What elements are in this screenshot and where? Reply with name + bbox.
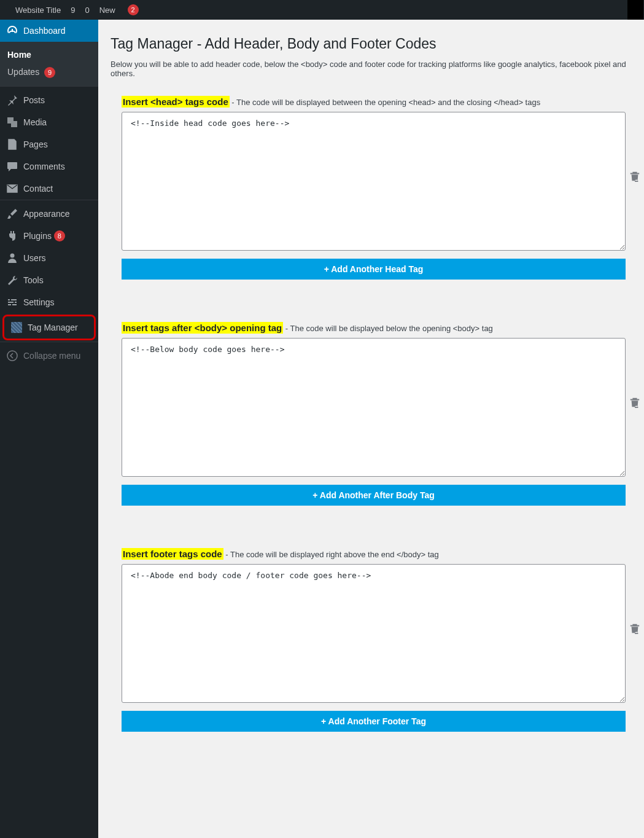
dashboard-submenu: Home Updates 9: [0, 42, 98, 86]
body-heading-desc: - The code will be displayed below the o…: [285, 324, 493, 333]
adminbar-right-edge: [627, 0, 643, 20]
plug-icon: [6, 230, 18, 242]
collapse-icon: [6, 350, 18, 362]
menu-settings[interactable]: Settings: [0, 291, 98, 313]
footer-section: Insert footer tags code - The code will …: [122, 549, 626, 732]
dashboard-icon: [6, 25, 18, 37]
head-heading: Insert <head> tags code - The code will …: [122, 96, 626, 107]
menu-media[interactable]: Media: [0, 111, 98, 133]
user-icon: [6, 252, 18, 264]
collapse-label: Collapse menu: [23, 351, 80, 361]
menu-comments[interactable]: Comments: [0, 155, 98, 178]
svg-point-0: [10, 254, 15, 258]
body-heading-highlight: Insert tags after <body> opening tag: [122, 322, 283, 334]
body-heading: Insert tags after <body> opening tag - T…: [122, 323, 626, 333]
menu-label: Media: [23, 117, 47, 127]
head-delete-button[interactable]: [629, 171, 640, 182]
menu-label: Settings: [23, 297, 55, 307]
sliders-icon: [6, 296, 18, 308]
collapse-menu[interactable]: Collapse menu: [0, 345, 98, 367]
menu-users[interactable]: Users: [0, 247, 98, 269]
admin-bar: Website Title 9 0 New 2: [0, 0, 644, 20]
pin-icon: [6, 94, 18, 106]
menu-plugins[interactable]: Plugins 8: [0, 225, 98, 247]
head-section: Insert <head> tags code - The code will …: [122, 96, 626, 280]
menu-label: Contact: [23, 184, 53, 194]
add-footer-tag-button[interactable]: + Add Another Footer Tag: [122, 711, 626, 732]
menu-label: Tools: [23, 275, 44, 285]
menu-tag-manager[interactable]: Tag Manager: [2, 315, 96, 340]
footer-heading-highlight: Insert footer tags code: [122, 548, 223, 560]
new-label: New: [99, 6, 115, 15]
updates-count: 9: [71, 6, 75, 15]
page-intro: Below you will be able to add header cod…: [111, 60, 632, 78]
site-name-menu[interactable]: Website Title: [10, 0, 66, 20]
comments-count: 0: [85, 6, 89, 15]
trash-icon: [629, 397, 640, 408]
menu-pages[interactable]: Pages: [0, 133, 98, 155]
media-icon: [6, 116, 18, 128]
menu-contact[interactable]: Contact: [0, 178, 98, 200]
site-title: Website Title: [15, 6, 61, 15]
menu-label: Appearance: [23, 209, 70, 219]
footer-code-textarea[interactable]: [122, 564, 626, 703]
wrench-icon: [6, 274, 18, 286]
menu-label: Comments: [23, 162, 65, 171]
body-section: Insert tags after <body> opening tag - T…: [122, 323, 626, 506]
head-code-textarea[interactable]: [122, 112, 626, 251]
yoast-badge: 2: [128, 4, 139, 15]
updates-menu[interactable]: 9: [66, 0, 80, 20]
menu-label: Plugins: [23, 231, 52, 241]
wp-logo-menu[interactable]: [1, 0, 10, 20]
body-code-textarea[interactable]: [122, 338, 626, 477]
tag-manager-icon: [10, 321, 23, 334]
footer-heading: Insert footer tags code - The code will …: [122, 549, 626, 559]
admin-sidebar: Dashboard Home Updates 9 Posts Media Pag…: [0, 20, 98, 838]
pages-icon: [6, 138, 18, 151]
main-content: Tag Manager - Add Header, Body and Foote…: [98, 20, 644, 838]
comments-menu[interactable]: 0: [80, 0, 94, 20]
yoast-menu[interactable]: 2: [120, 0, 144, 20]
svg-point-1: [7, 351, 17, 361]
head-heading-desc: - The code will be displayed between the…: [231, 98, 540, 107]
submenu-home[interactable]: Home: [0, 46, 98, 63]
footer-delete-button[interactable]: [629, 623, 640, 634]
menu-separator: [0, 342, 98, 345]
menu-dashboard[interactable]: Dashboard Home Updates 9: [0, 20, 98, 86]
submenu-updates-label: Updates: [7, 67, 39, 77]
menu-tools[interactable]: Tools: [0, 269, 98, 291]
body-delete-button[interactable]: [629, 397, 640, 408]
menu-label: Posts: [23, 95, 45, 105]
menu-label: Users: [23, 253, 46, 263]
trash-icon: [629, 623, 640, 634]
new-content-menu[interactable]: New: [95, 0, 120, 20]
menu-appearance[interactable]: Appearance: [0, 203, 98, 225]
footer-heading-desc: - The code will be displayed right above…: [225, 550, 438, 559]
envelope-icon: [6, 182, 18, 195]
submenu-updates[interactable]: Updates 9: [0, 63, 98, 82]
plugins-badge: 8: [54, 230, 65, 241]
menu-label: Tag Manager: [28, 323, 78, 332]
page-title: Tag Manager - Add Header, Body and Foote…: [111, 36, 632, 52]
add-body-tag-button[interactable]: + Add Another After Body Tag: [122, 485, 626, 506]
head-heading-highlight: Insert <head> tags code: [122, 96, 230, 108]
menu-label: Pages: [23, 139, 48, 149]
comments-icon: [6, 160, 18, 173]
updates-badge: 9: [44, 67, 55, 78]
trash-icon: [629, 171, 640, 182]
brush-icon: [6, 208, 18, 220]
add-head-tag-button[interactable]: + Add Another Head Tag: [122, 259, 626, 280]
menu-label: Dashboard: [23, 26, 66, 36]
menu-posts[interactable]: Posts: [0, 89, 98, 111]
